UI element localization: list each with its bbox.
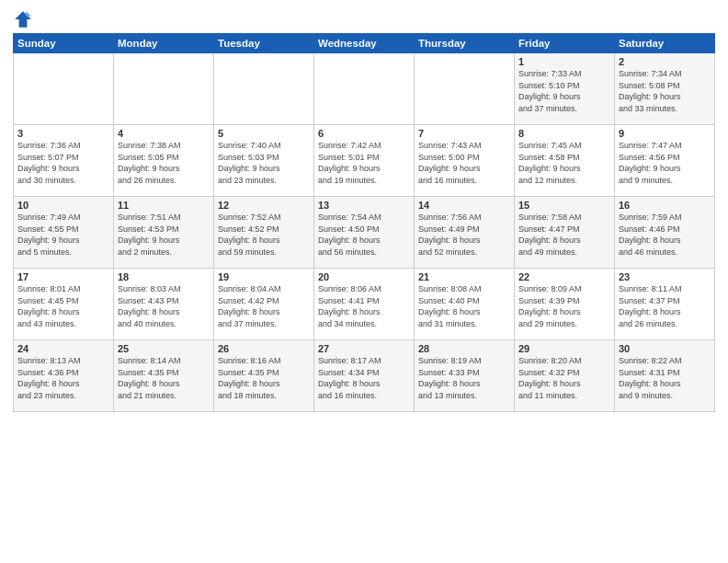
- header-row: SundayMondayTuesdayWednesdayThursdayFrid…: [14, 34, 715, 53]
- day-info: Sunrise: 8:09 AM Sunset: 4:39 PM Dayligh…: [518, 283, 610, 329]
- calendar-cell: 24Sunrise: 8:13 AM Sunset: 4:36 PM Dayli…: [14, 340, 114, 412]
- day-info: Sunrise: 8:17 AM Sunset: 4:34 PM Dayligh…: [318, 355, 410, 401]
- day-number: 1: [518, 56, 610, 67]
- calendar-cell: [14, 53, 114, 125]
- calendar-cell: 15Sunrise: 7:58 AM Sunset: 4:47 PM Dayli…: [515, 197, 615, 269]
- week-row-1: 1Sunrise: 7:33 AM Sunset: 5:10 PM Daylig…: [14, 53, 715, 125]
- day-info: Sunrise: 7:36 AM Sunset: 5:07 PM Dayligh…: [17, 140, 109, 186]
- day-info: Sunrise: 8:01 AM Sunset: 4:45 PM Dayligh…: [17, 283, 109, 329]
- weekday-header-tuesday: Tuesday: [214, 34, 314, 53]
- calendar-cell: 9Sunrise: 7:47 AM Sunset: 4:56 PM Daylig…: [615, 125, 715, 197]
- day-number: 25: [118, 343, 210, 354]
- day-number: 12: [218, 200, 310, 211]
- weekday-header-monday: Monday: [114, 34, 214, 53]
- day-info: Sunrise: 8:20 AM Sunset: 4:32 PM Dayligh…: [518, 355, 610, 401]
- day-number: 8: [518, 128, 610, 139]
- day-number: 22: [518, 271, 610, 282]
- day-info: Sunrise: 8:14 AM Sunset: 4:35 PM Dayligh…: [118, 355, 210, 401]
- day-number: 5: [218, 128, 310, 139]
- calendar-cell: 6Sunrise: 7:42 AM Sunset: 5:01 PM Daylig…: [314, 125, 415, 197]
- weekday-header-friday: Friday: [515, 34, 615, 53]
- calendar-cell: 16Sunrise: 7:59 AM Sunset: 4:46 PM Dayli…: [615, 197, 715, 269]
- calendar-body: 1Sunrise: 7:33 AM Sunset: 5:10 PM Daylig…: [14, 53, 715, 412]
- calendar-cell: 23Sunrise: 8:11 AM Sunset: 4:37 PM Dayli…: [615, 269, 715, 340]
- calendar-cell: 3Sunrise: 7:36 AM Sunset: 5:07 PM Daylig…: [14, 125, 114, 197]
- day-number: 24: [17, 343, 109, 354]
- day-number: 4: [118, 128, 210, 139]
- day-info: Sunrise: 7:33 AM Sunset: 5:10 PM Dayligh…: [518, 68, 610, 114]
- day-info: Sunrise: 7:42 AM Sunset: 5:01 PM Dayligh…: [318, 140, 410, 186]
- calendar-cell: 18Sunrise: 8:03 AM Sunset: 4:43 PM Dayli…: [114, 269, 214, 340]
- day-number: 7: [418, 128, 510, 139]
- day-info: Sunrise: 8:13 AM Sunset: 4:36 PM Dayligh…: [17, 355, 109, 401]
- day-number: 11: [118, 200, 210, 211]
- day-info: Sunrise: 7:38 AM Sunset: 5:05 PM Dayligh…: [118, 140, 210, 186]
- calendar-cell: [114, 53, 214, 125]
- logo: [13, 9, 35, 29]
- day-info: Sunrise: 8:22 AM Sunset: 4:31 PM Dayligh…: [619, 355, 711, 401]
- day-number: 14: [418, 200, 510, 211]
- weekday-header-wednesday: Wednesday: [314, 34, 415, 53]
- day-info: Sunrise: 7:52 AM Sunset: 4:52 PM Dayligh…: [218, 212, 310, 258]
- calendar-cell: 8Sunrise: 7:45 AM Sunset: 4:58 PM Daylig…: [515, 125, 615, 197]
- day-number: 30: [619, 343, 711, 354]
- day-info: Sunrise: 7:45 AM Sunset: 4:58 PM Dayligh…: [518, 140, 610, 186]
- calendar-cell: 10Sunrise: 7:49 AM Sunset: 4:55 PM Dayli…: [14, 197, 114, 269]
- day-number: 9: [619, 128, 711, 139]
- day-number: 13: [318, 200, 410, 211]
- header: [13, 9, 715, 29]
- calendar-cell: 2Sunrise: 7:34 AM Sunset: 5:08 PM Daylig…: [615, 53, 715, 125]
- calendar-cell: 28Sunrise: 8:19 AM Sunset: 4:33 PM Dayli…: [415, 340, 515, 412]
- calendar-cell: [314, 53, 415, 125]
- day-info: Sunrise: 7:51 AM Sunset: 4:53 PM Dayligh…: [118, 212, 210, 258]
- calendar-cell: 14Sunrise: 7:56 AM Sunset: 4:49 PM Dayli…: [415, 197, 515, 269]
- day-info: Sunrise: 7:40 AM Sunset: 5:03 PM Dayligh…: [218, 140, 310, 186]
- calendar-cell: 25Sunrise: 8:14 AM Sunset: 4:35 PM Dayli…: [114, 340, 214, 412]
- day-number: 3: [17, 128, 109, 139]
- day-info: Sunrise: 7:49 AM Sunset: 4:55 PM Dayligh…: [17, 212, 109, 258]
- day-number: 10: [17, 200, 109, 211]
- week-row-4: 17Sunrise: 8:01 AM Sunset: 4:45 PM Dayli…: [14, 269, 715, 340]
- calendar-cell: 7Sunrise: 7:43 AM Sunset: 5:00 PM Daylig…: [415, 125, 515, 197]
- calendar-cell: 22Sunrise: 8:09 AM Sunset: 4:39 PM Dayli…: [515, 269, 615, 340]
- calendar-cell: 27Sunrise: 8:17 AM Sunset: 4:34 PM Dayli…: [314, 340, 415, 412]
- calendar-cell: 12Sunrise: 7:52 AM Sunset: 4:52 PM Dayli…: [214, 197, 314, 269]
- main-container: SundayMondayTuesdayWednesdayThursdayFrid…: [0, 0, 728, 418]
- day-number: 6: [318, 128, 410, 139]
- calendar-cell: 26Sunrise: 8:16 AM Sunset: 4:35 PM Dayli…: [214, 340, 314, 412]
- day-info: Sunrise: 8:19 AM Sunset: 4:33 PM Dayligh…: [418, 355, 510, 401]
- weekday-header-sunday: Sunday: [14, 34, 114, 53]
- calendar-cell: 30Sunrise: 8:22 AM Sunset: 4:31 PM Dayli…: [615, 340, 715, 412]
- day-info: Sunrise: 8:08 AM Sunset: 4:40 PM Dayligh…: [418, 283, 510, 329]
- calendar-cell: 21Sunrise: 8:08 AM Sunset: 4:40 PM Dayli…: [415, 269, 515, 340]
- day-number: 15: [518, 200, 610, 211]
- calendar-cell: 5Sunrise: 7:40 AM Sunset: 5:03 PM Daylig…: [214, 125, 314, 197]
- calendar-cell: [214, 53, 314, 125]
- calendar-cell: 17Sunrise: 8:01 AM Sunset: 4:45 PM Dayli…: [14, 269, 114, 340]
- day-number: 23: [619, 271, 711, 282]
- day-info: Sunrise: 7:47 AM Sunset: 4:56 PM Dayligh…: [619, 140, 711, 186]
- calendar-table: SundayMondayTuesdayWednesdayThursdayFrid…: [13, 33, 715, 412]
- day-number: 16: [619, 200, 711, 211]
- logo-icon: [13, 9, 33, 29]
- day-info: Sunrise: 7:58 AM Sunset: 4:47 PM Dayligh…: [518, 212, 610, 258]
- day-info: Sunrise: 7:59 AM Sunset: 4:46 PM Dayligh…: [619, 212, 711, 258]
- calendar-cell: 13Sunrise: 7:54 AM Sunset: 4:50 PM Dayli…: [314, 197, 415, 269]
- calendar-cell: 4Sunrise: 7:38 AM Sunset: 5:05 PM Daylig…: [114, 125, 214, 197]
- week-row-5: 24Sunrise: 8:13 AM Sunset: 4:36 PM Dayli…: [14, 340, 715, 412]
- calendar-cell: 1Sunrise: 7:33 AM Sunset: 5:10 PM Daylig…: [515, 53, 615, 125]
- day-info: Sunrise: 8:04 AM Sunset: 4:42 PM Dayligh…: [218, 283, 310, 329]
- day-number: 19: [218, 271, 310, 282]
- weekday-header-saturday: Saturday: [615, 34, 715, 53]
- day-number: 28: [418, 343, 510, 354]
- calendar-cell: 11Sunrise: 7:51 AM Sunset: 4:53 PM Dayli…: [114, 197, 214, 269]
- day-info: Sunrise: 7:43 AM Sunset: 5:00 PM Dayligh…: [418, 140, 510, 186]
- calendar-header: SundayMondayTuesdayWednesdayThursdayFrid…: [14, 34, 715, 53]
- day-number: 2: [619, 56, 711, 67]
- day-info: Sunrise: 7:56 AM Sunset: 4:49 PM Dayligh…: [418, 212, 510, 258]
- day-number: 17: [17, 271, 109, 282]
- calendar-cell: [415, 53, 515, 125]
- calendar-cell: 20Sunrise: 8:06 AM Sunset: 4:41 PM Dayli…: [314, 269, 415, 340]
- svg-marker-1: [26, 11, 31, 17]
- day-number: 26: [218, 343, 310, 354]
